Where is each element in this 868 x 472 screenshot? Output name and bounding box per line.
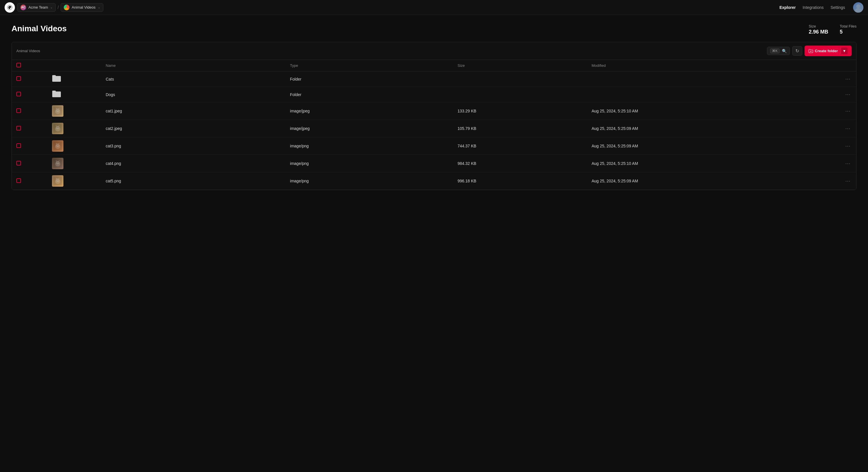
file-name[interactable]: Cats xyxy=(102,71,286,87)
nav-link-settings[interactable]: Settings xyxy=(830,5,845,10)
team-breadcrumb[interactable]: AC Acme Team ⌄ xyxy=(17,3,56,12)
user-avatar[interactable] xyxy=(853,2,863,12)
file-type: Folder xyxy=(286,87,454,102)
file-size: 105.79 KB xyxy=(454,120,588,137)
file-browser-toolbar: Animal Videos ⌘K 🔍 ↻ xyxy=(12,42,856,60)
file-type: Folder xyxy=(286,71,454,87)
current-path: Animal Videos xyxy=(17,49,764,53)
file-modified xyxy=(588,71,806,87)
svg-point-26 xyxy=(58,145,59,145)
file-size: 133.29 KB xyxy=(454,102,588,120)
stat-files-label: Total Files xyxy=(840,24,857,28)
folder-color-icon xyxy=(64,5,69,10)
file-modified: Aug 25, 2024, 5:25:10 AM xyxy=(588,102,806,120)
col-header-type: Type xyxy=(286,60,454,71)
file-name[interactable]: cat2.jpeg xyxy=(102,120,286,137)
file-modified xyxy=(588,87,806,102)
svg-point-15 xyxy=(56,126,59,129)
row-more-button[interactable]: ··· xyxy=(843,142,853,150)
table-row: DogsFolder··· xyxy=(12,87,856,102)
main-content: Animal Videos Size 2.96 MB Total Files 5… xyxy=(0,15,868,199)
svg-point-3 xyxy=(855,8,862,12)
team-name: Acme Team xyxy=(28,5,48,9)
svg-point-33 xyxy=(58,162,59,163)
file-name[interactable]: cat3.png xyxy=(102,137,286,155)
row-checkbox[interactable] xyxy=(17,143,21,148)
svg-point-11 xyxy=(57,110,57,110)
refresh-button[interactable]: ↻ xyxy=(792,46,802,56)
refresh-icon: ↻ xyxy=(795,48,799,54)
file-size: 984.32 KB xyxy=(454,155,588,172)
row-more-button[interactable]: ··· xyxy=(843,75,853,83)
file-name[interactable]: cat1.jpeg xyxy=(102,102,286,120)
file-modified: Aug 25, 2024, 5:25:09 AM xyxy=(588,120,806,137)
file-size: 744.37 KB xyxy=(454,137,588,155)
file-thumbnail xyxy=(52,158,63,169)
create-folder-label: Create folder xyxy=(815,49,838,53)
page-title: Animal Videos xyxy=(11,24,67,33)
row-checkbox[interactable] xyxy=(17,108,21,113)
svg-point-2 xyxy=(856,4,860,8)
file-size: 996.18 KB xyxy=(454,172,588,190)
chevron-down-icon: ⌄ xyxy=(98,6,100,9)
file-modified: Aug 25, 2024, 5:25:09 AM xyxy=(588,172,806,190)
row-more-button[interactable]: ··· xyxy=(843,125,853,133)
row-checkbox[interactable] xyxy=(17,92,21,96)
row-checkbox[interactable] xyxy=(17,76,21,81)
stat-files-value: 5 xyxy=(840,29,857,35)
stat-size-value: 2.96 MB xyxy=(809,29,828,35)
search-kbd: ⌘K xyxy=(770,48,779,53)
table-row: cat3.pngimage/png744.37 KBAug 25, 2024, … xyxy=(12,137,856,155)
svg-point-1 xyxy=(9,7,9,7)
folder-name: Animal Videos xyxy=(72,5,96,9)
breadcrumb: AC Acme Team ⌄ / Animal Videos ⌄ xyxy=(17,3,777,12)
col-header-name: Name xyxy=(102,60,286,71)
row-more-button[interactable]: ··· xyxy=(843,177,853,185)
file-name[interactable]: Dogs xyxy=(102,87,286,102)
svg-point-29 xyxy=(56,161,59,164)
svg-point-19 xyxy=(58,127,59,128)
svg-point-25 xyxy=(57,145,57,145)
nav-link-integrations[interactable]: Integrations xyxy=(803,5,824,10)
select-all-checkbox[interactable] xyxy=(17,63,21,67)
dropdown-arrow-icon[interactable]: ▾ xyxy=(841,47,848,54)
svg-point-22 xyxy=(56,143,59,147)
team-avatar: AC xyxy=(20,5,26,10)
row-more-button[interactable]: ··· xyxy=(843,160,853,168)
file-name[interactable]: cat4.png xyxy=(102,155,286,172)
toolbar-actions: ⌘K 🔍 ↻ Create folder ▾ xyxy=(767,45,851,56)
search-button[interactable]: ⌘K 🔍 xyxy=(767,47,789,55)
table-row: cat4.pngimage/png984.32 KBAug 25, 2024, … xyxy=(12,155,856,172)
row-more-button[interactable]: ··· xyxy=(843,90,853,99)
file-name[interactable]: cat5.png xyxy=(102,172,286,190)
row-checkbox[interactable] xyxy=(17,178,21,183)
file-thumbnail xyxy=(52,105,63,117)
file-thumbnail xyxy=(52,140,63,152)
row-more-button[interactable]: ··· xyxy=(843,107,853,115)
svg-point-40 xyxy=(58,180,59,180)
svg-point-36 xyxy=(56,178,59,182)
table-row: cat2.jpegimage/jpeg105.79 KBAug 25, 2024… xyxy=(12,120,856,137)
nav-link-explorer[interactable]: Explorer xyxy=(779,5,796,10)
file-modified: Aug 25, 2024, 5:25:09 AM xyxy=(588,137,806,155)
stat-size: Size 2.96 MB xyxy=(809,24,828,35)
file-type: image/png xyxy=(286,155,454,172)
file-browser: Animal Videos ⌘K 🔍 ↻ xyxy=(11,42,857,190)
page-stats: Size 2.96 MB Total Files 5 xyxy=(809,24,857,35)
row-checkbox[interactable] xyxy=(17,161,21,165)
chevron-down-icon: ⌄ xyxy=(50,6,53,9)
table-row: CatsFolder··· xyxy=(12,71,856,87)
nav-links: Explorer Integrations Settings xyxy=(779,5,845,10)
file-type: image/png xyxy=(286,172,454,190)
col-header-modified: Modified xyxy=(588,60,806,71)
row-checkbox[interactable] xyxy=(17,126,21,131)
file-modified: Aug 25, 2024, 5:25:10 AM xyxy=(588,155,806,172)
svg-point-18 xyxy=(57,127,57,128)
create-folder-button[interactable]: Create folder ▾ xyxy=(805,45,851,56)
folder-icon xyxy=(52,77,61,83)
folder-breadcrumb[interactable]: Animal Videos ⌄ xyxy=(61,3,103,12)
file-table: Name Type Size Modified CatsFolder··· Do… xyxy=(12,60,856,190)
svg-point-12 xyxy=(58,110,59,110)
app-logo[interactable] xyxy=(5,2,15,12)
col-header-size: Size xyxy=(454,60,588,71)
